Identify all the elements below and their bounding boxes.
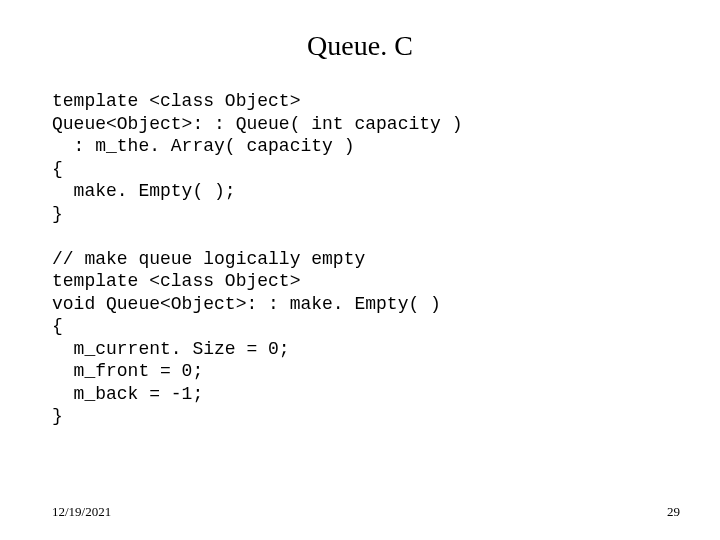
- footer-date: 12/19/2021: [52, 504, 111, 520]
- slide: Queue. C template <class Object> Queue<O…: [0, 0, 720, 540]
- code-block: template <class Object> Queue<Object>: :…: [52, 90, 668, 428]
- footer-page: 29: [667, 504, 680, 520]
- slide-title: Queue. C: [0, 30, 720, 62]
